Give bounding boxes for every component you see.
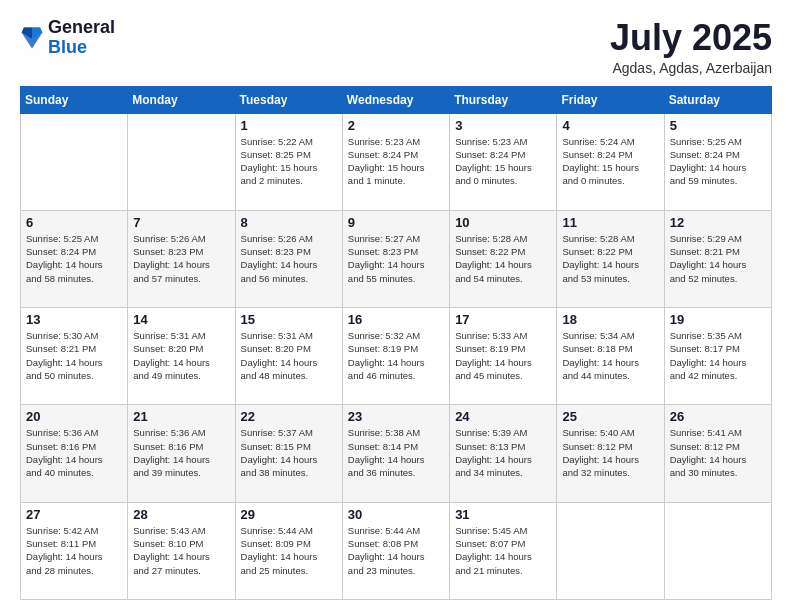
calendar-cell <box>21 113 128 210</box>
day-info: Sunrise: 5:44 AM Sunset: 8:09 PM Dayligh… <box>241 524 337 577</box>
calendar-cell: 16Sunrise: 5:32 AM Sunset: 8:19 PM Dayli… <box>342 308 449 405</box>
day-info: Sunrise: 5:34 AM Sunset: 8:18 PM Dayligh… <box>562 329 658 382</box>
calendar-cell: 18Sunrise: 5:34 AM Sunset: 8:18 PM Dayli… <box>557 308 664 405</box>
logo-icon <box>20 24 44 52</box>
weekday-header: Wednesday <box>342 86 449 113</box>
calendar-cell <box>128 113 235 210</box>
logo-general: General <box>48 18 115 38</box>
day-number: 27 <box>26 507 122 522</box>
day-info: Sunrise: 5:38 AM Sunset: 8:14 PM Dayligh… <box>348 426 444 479</box>
month-title: July 2025 <box>610 18 772 58</box>
day-number: 8 <box>241 215 337 230</box>
day-number: 9 <box>348 215 444 230</box>
logo: General Blue <box>20 18 115 58</box>
calendar-cell: 17Sunrise: 5:33 AM Sunset: 8:19 PM Dayli… <box>450 308 557 405</box>
calendar-cell: 31Sunrise: 5:45 AM Sunset: 8:07 PM Dayli… <box>450 502 557 599</box>
calendar-cell: 19Sunrise: 5:35 AM Sunset: 8:17 PM Dayli… <box>664 308 771 405</box>
calendar-cell: 9Sunrise: 5:27 AM Sunset: 8:23 PM Daylig… <box>342 210 449 307</box>
day-info: Sunrise: 5:23 AM Sunset: 8:24 PM Dayligh… <box>455 135 551 188</box>
day-info: Sunrise: 5:25 AM Sunset: 8:24 PM Dayligh… <box>26 232 122 285</box>
day-number: 16 <box>348 312 444 327</box>
calendar-cell <box>664 502 771 599</box>
calendar-cell: 13Sunrise: 5:30 AM Sunset: 8:21 PM Dayli… <box>21 308 128 405</box>
calendar-cell: 21Sunrise: 5:36 AM Sunset: 8:16 PM Dayli… <box>128 405 235 502</box>
day-number: 12 <box>670 215 766 230</box>
calendar-cell: 3Sunrise: 5:23 AM Sunset: 8:24 PM Daylig… <box>450 113 557 210</box>
day-info: Sunrise: 5:45 AM Sunset: 8:07 PM Dayligh… <box>455 524 551 577</box>
day-number: 1 <box>241 118 337 133</box>
day-number: 31 <box>455 507 551 522</box>
day-info: Sunrise: 5:28 AM Sunset: 8:22 PM Dayligh… <box>562 232 658 285</box>
calendar-week-row: 6Sunrise: 5:25 AM Sunset: 8:24 PM Daylig… <box>21 210 772 307</box>
day-number: 28 <box>133 507 229 522</box>
weekday-header: Monday <box>128 86 235 113</box>
calendar-week-row: 27Sunrise: 5:42 AM Sunset: 8:11 PM Dayli… <box>21 502 772 599</box>
day-info: Sunrise: 5:41 AM Sunset: 8:12 PM Dayligh… <box>670 426 766 479</box>
day-number: 20 <box>26 409 122 424</box>
logo-text: General Blue <box>48 18 115 58</box>
day-number: 7 <box>133 215 229 230</box>
day-number: 18 <box>562 312 658 327</box>
day-number: 22 <box>241 409 337 424</box>
day-number: 3 <box>455 118 551 133</box>
logo-blue: Blue <box>48 38 115 58</box>
calendar-cell: 15Sunrise: 5:31 AM Sunset: 8:20 PM Dayli… <box>235 308 342 405</box>
day-number: 4 <box>562 118 658 133</box>
day-info: Sunrise: 5:31 AM Sunset: 8:20 PM Dayligh… <box>133 329 229 382</box>
calendar-cell: 12Sunrise: 5:29 AM Sunset: 8:21 PM Dayli… <box>664 210 771 307</box>
weekday-header: Friday <box>557 86 664 113</box>
day-info: Sunrise: 5:31 AM Sunset: 8:20 PM Dayligh… <box>241 329 337 382</box>
day-number: 15 <box>241 312 337 327</box>
day-number: 26 <box>670 409 766 424</box>
day-number: 5 <box>670 118 766 133</box>
calendar-cell: 28Sunrise: 5:43 AM Sunset: 8:10 PM Dayli… <box>128 502 235 599</box>
day-info: Sunrise: 5:36 AM Sunset: 8:16 PM Dayligh… <box>133 426 229 479</box>
calendar-cell: 29Sunrise: 5:44 AM Sunset: 8:09 PM Dayli… <box>235 502 342 599</box>
calendar-cell: 14Sunrise: 5:31 AM Sunset: 8:20 PM Dayli… <box>128 308 235 405</box>
calendar-cell: 20Sunrise: 5:36 AM Sunset: 8:16 PM Dayli… <box>21 405 128 502</box>
calendar-header-row: SundayMondayTuesdayWednesdayThursdayFrid… <box>21 86 772 113</box>
day-number: 2 <box>348 118 444 133</box>
calendar-cell: 10Sunrise: 5:28 AM Sunset: 8:22 PM Dayli… <box>450 210 557 307</box>
calendar-cell: 8Sunrise: 5:26 AM Sunset: 8:23 PM Daylig… <box>235 210 342 307</box>
page-header: General Blue July 2025 Agdas, Agdas, Aze… <box>20 18 772 76</box>
day-info: Sunrise: 5:42 AM Sunset: 8:11 PM Dayligh… <box>26 524 122 577</box>
calendar-cell: 1Sunrise: 5:22 AM Sunset: 8:25 PM Daylig… <box>235 113 342 210</box>
day-number: 6 <box>26 215 122 230</box>
day-info: Sunrise: 5:28 AM Sunset: 8:22 PM Dayligh… <box>455 232 551 285</box>
calendar-cell: 22Sunrise: 5:37 AM Sunset: 8:15 PM Dayli… <box>235 405 342 502</box>
day-info: Sunrise: 5:25 AM Sunset: 8:24 PM Dayligh… <box>670 135 766 188</box>
day-number: 24 <box>455 409 551 424</box>
calendar-cell: 4Sunrise: 5:24 AM Sunset: 8:24 PM Daylig… <box>557 113 664 210</box>
day-info: Sunrise: 5:35 AM Sunset: 8:17 PM Dayligh… <box>670 329 766 382</box>
day-info: Sunrise: 5:33 AM Sunset: 8:19 PM Dayligh… <box>455 329 551 382</box>
day-info: Sunrise: 5:27 AM Sunset: 8:23 PM Dayligh… <box>348 232 444 285</box>
calendar-cell: 5Sunrise: 5:25 AM Sunset: 8:24 PM Daylig… <box>664 113 771 210</box>
day-number: 19 <box>670 312 766 327</box>
day-number: 10 <box>455 215 551 230</box>
day-number: 25 <box>562 409 658 424</box>
calendar-cell: 2Sunrise: 5:23 AM Sunset: 8:24 PM Daylig… <box>342 113 449 210</box>
day-info: Sunrise: 5:32 AM Sunset: 8:19 PM Dayligh… <box>348 329 444 382</box>
calendar-cell: 11Sunrise: 5:28 AM Sunset: 8:22 PM Dayli… <box>557 210 664 307</box>
day-number: 21 <box>133 409 229 424</box>
calendar-cell: 25Sunrise: 5:40 AM Sunset: 8:12 PM Dayli… <box>557 405 664 502</box>
calendar-cell <box>557 502 664 599</box>
calendar-cell: 23Sunrise: 5:38 AM Sunset: 8:14 PM Dayli… <box>342 405 449 502</box>
day-number: 23 <box>348 409 444 424</box>
calendar-cell: 27Sunrise: 5:42 AM Sunset: 8:11 PM Dayli… <box>21 502 128 599</box>
day-info: Sunrise: 5:23 AM Sunset: 8:24 PM Dayligh… <box>348 135 444 188</box>
calendar-cell: 26Sunrise: 5:41 AM Sunset: 8:12 PM Dayli… <box>664 405 771 502</box>
day-info: Sunrise: 5:40 AM Sunset: 8:12 PM Dayligh… <box>562 426 658 479</box>
weekday-header: Thursday <box>450 86 557 113</box>
day-number: 13 <box>26 312 122 327</box>
day-info: Sunrise: 5:22 AM Sunset: 8:25 PM Dayligh… <box>241 135 337 188</box>
day-info: Sunrise: 5:39 AM Sunset: 8:13 PM Dayligh… <box>455 426 551 479</box>
day-info: Sunrise: 5:30 AM Sunset: 8:21 PM Dayligh… <box>26 329 122 382</box>
title-block: July 2025 Agdas, Agdas, Azerbaijan <box>610 18 772 76</box>
day-info: Sunrise: 5:29 AM Sunset: 8:21 PM Dayligh… <box>670 232 766 285</box>
weekday-header: Saturday <box>664 86 771 113</box>
day-info: Sunrise: 5:43 AM Sunset: 8:10 PM Dayligh… <box>133 524 229 577</box>
calendar-cell: 24Sunrise: 5:39 AM Sunset: 8:13 PM Dayli… <box>450 405 557 502</box>
location: Agdas, Agdas, Azerbaijan <box>610 60 772 76</box>
